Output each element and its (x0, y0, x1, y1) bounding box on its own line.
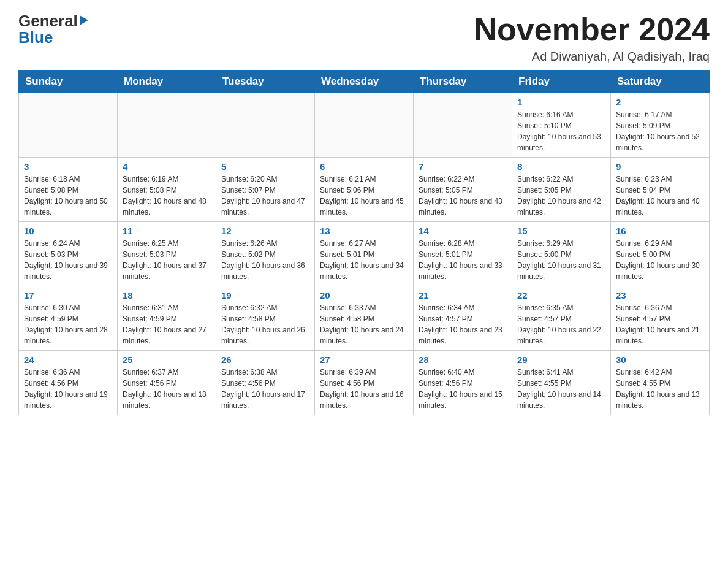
day-info: Sunrise: 6:41 AM Sunset: 4:55 PM Dayligh… (517, 367, 605, 411)
day-info: Sunrise: 6:36 AM Sunset: 4:56 PM Dayligh… (24, 367, 112, 411)
day-info: Sunrise: 6:27 AM Sunset: 5:01 PM Dayligh… (320, 238, 408, 282)
day-info: Sunrise: 6:24 AM Sunset: 5:03 PM Dayligh… (24, 238, 112, 282)
day-info: Sunrise: 6:22 AM Sunset: 5:05 PM Dayligh… (517, 174, 605, 218)
day-number: 25 (123, 354, 211, 365)
calendar-cell: 10Sunrise: 6:24 AM Sunset: 5:03 PM Dayli… (19, 222, 118, 286)
calendar-cell: 13Sunrise: 6:27 AM Sunset: 5:01 PM Dayli… (315, 222, 414, 286)
calendar-table: SundayMondayTuesdayWednesdayThursdayFrid… (18, 70, 710, 415)
day-number: 28 (419, 354, 507, 365)
calendar-day-header: Monday (118, 71, 216, 93)
day-number: 7 (419, 161, 507, 172)
calendar-cell: 26Sunrise: 6:38 AM Sunset: 4:56 PM Dayli… (216, 351, 315, 415)
day-number: 27 (320, 354, 408, 365)
logo-blue-text: Blue (18, 29, 89, 47)
calendar-cell: 29Sunrise: 6:41 AM Sunset: 4:55 PM Dayli… (512, 351, 611, 415)
day-info: Sunrise: 6:28 AM Sunset: 5:01 PM Dayligh… (419, 238, 507, 282)
calendar-cell: 22Sunrise: 6:35 AM Sunset: 4:57 PM Dayli… (512, 286, 611, 351)
calendar-cell: 25Sunrise: 6:37 AM Sunset: 4:56 PM Dayli… (118, 351, 216, 415)
svg-marker-0 (80, 15, 88, 25)
day-number: 9 (616, 161, 704, 172)
calendar-cell (216, 93, 315, 158)
calendar-header-row: SundayMondayTuesdayWednesdayThursdayFrid… (19, 71, 710, 93)
calendar-cell: 8Sunrise: 6:22 AM Sunset: 5:05 PM Daylig… (512, 158, 611, 222)
day-number: 4 (123, 161, 211, 172)
calendar-cell: 24Sunrise: 6:36 AM Sunset: 4:56 PM Dayli… (19, 351, 118, 415)
day-info: Sunrise: 6:29 AM Sunset: 5:00 PM Dayligh… (616, 238, 704, 282)
logo-arrow-icon (80, 14, 89, 29)
day-info: Sunrise: 6:30 AM Sunset: 4:59 PM Dayligh… (24, 302, 112, 347)
calendar-cell: 12Sunrise: 6:26 AM Sunset: 5:02 PM Dayli… (216, 222, 315, 286)
day-number: 17 (24, 290, 112, 301)
day-number: 15 (517, 226, 605, 236)
day-number: 20 (320, 290, 408, 301)
calendar-cell: 19Sunrise: 6:32 AM Sunset: 4:58 PM Dayli… (216, 286, 315, 351)
day-number: 23 (616, 290, 704, 301)
day-number: 19 (221, 290, 309, 301)
day-number: 8 (517, 161, 605, 172)
day-info: Sunrise: 6:40 AM Sunset: 4:56 PM Dayligh… (419, 367, 507, 411)
day-number: 3 (24, 161, 112, 172)
day-number: 10 (24, 226, 112, 236)
day-info: Sunrise: 6:16 AM Sunset: 5:10 PM Dayligh… (517, 109, 605, 153)
day-number: 26 (221, 354, 309, 365)
calendar-day-header: Sunday (19, 71, 118, 93)
day-info: Sunrise: 6:38 AM Sunset: 4:56 PM Dayligh… (221, 367, 309, 411)
day-info: Sunrise: 6:34 AM Sunset: 4:57 PM Dayligh… (419, 302, 507, 347)
calendar-day-header: Tuesday (216, 71, 315, 93)
day-number: 29 (517, 354, 605, 365)
day-info: Sunrise: 6:22 AM Sunset: 5:05 PM Dayligh… (419, 174, 507, 218)
calendar-cell (414, 93, 512, 158)
calendar-cell: 9Sunrise: 6:23 AM Sunset: 5:04 PM Daylig… (611, 158, 710, 222)
page-header: General Blue November 2024 Ad Diwaniyah,… (18, 12, 710, 64)
logo: General Blue (18, 12, 89, 46)
day-info: Sunrise: 6:39 AM Sunset: 4:56 PM Dayligh… (320, 367, 408, 411)
calendar-week-row: 3Sunrise: 6:18 AM Sunset: 5:08 PM Daylig… (19, 158, 710, 222)
day-info: Sunrise: 6:26 AM Sunset: 5:02 PM Dayligh… (221, 238, 309, 282)
day-number: 12 (221, 226, 309, 236)
day-number: 11 (123, 226, 211, 236)
day-info: Sunrise: 6:36 AM Sunset: 4:57 PM Dayligh… (616, 302, 704, 347)
day-number: 5 (221, 161, 309, 172)
day-info: Sunrise: 6:25 AM Sunset: 5:03 PM Dayligh… (123, 238, 211, 282)
calendar-cell: 4Sunrise: 6:19 AM Sunset: 5:08 PM Daylig… (118, 158, 216, 222)
day-info: Sunrise: 6:19 AM Sunset: 5:08 PM Dayligh… (123, 174, 211, 218)
day-info: Sunrise: 6:17 AM Sunset: 5:09 PM Dayligh… (616, 109, 704, 153)
calendar-cell: 6Sunrise: 6:21 AM Sunset: 5:06 PM Daylig… (315, 158, 414, 222)
calendar-cell: 11Sunrise: 6:25 AM Sunset: 5:03 PM Dayli… (118, 222, 216, 286)
calendar-cell: 5Sunrise: 6:20 AM Sunset: 5:07 PM Daylig… (216, 158, 315, 222)
logo-general-text: General (18, 12, 78, 30)
calendar-week-row: 10Sunrise: 6:24 AM Sunset: 5:03 PM Dayli… (19, 222, 710, 286)
day-number: 21 (419, 290, 507, 301)
calendar-cell: 14Sunrise: 6:28 AM Sunset: 5:01 PM Dayli… (414, 222, 512, 286)
calendar-cell (118, 93, 216, 158)
calendar-day-header: Saturday (611, 71, 710, 93)
day-number: 14 (419, 226, 507, 236)
calendar-day-header: Wednesday (315, 71, 414, 93)
calendar-cell: 2Sunrise: 6:17 AM Sunset: 5:09 PM Daylig… (611, 93, 710, 158)
calendar-cell: 16Sunrise: 6:29 AM Sunset: 5:00 PM Dayli… (611, 222, 710, 286)
calendar-cell: 18Sunrise: 6:31 AM Sunset: 4:59 PM Dayli… (118, 286, 216, 351)
day-number: 22 (517, 290, 605, 301)
day-number: 24 (24, 354, 112, 365)
day-info: Sunrise: 6:23 AM Sunset: 5:04 PM Dayligh… (616, 174, 704, 218)
day-number: 2 (616, 97, 704, 107)
day-info: Sunrise: 6:42 AM Sunset: 4:55 PM Dayligh… (616, 367, 704, 411)
location-text: Ad Diwaniyah, Al Qadisiyah, Iraq (474, 50, 710, 64)
calendar-cell (315, 93, 414, 158)
day-number: 6 (320, 161, 408, 172)
calendar-cell (19, 93, 118, 158)
day-info: Sunrise: 6:32 AM Sunset: 4:58 PM Dayligh… (221, 302, 309, 347)
calendar-cell: 21Sunrise: 6:34 AM Sunset: 4:57 PM Dayli… (414, 286, 512, 351)
day-info: Sunrise: 6:18 AM Sunset: 5:08 PM Dayligh… (24, 174, 112, 218)
calendar-day-header: Friday (512, 71, 611, 93)
day-number: 16 (616, 226, 704, 236)
calendar-week-row: 17Sunrise: 6:30 AM Sunset: 4:59 PM Dayli… (19, 286, 710, 351)
calendar-cell: 27Sunrise: 6:39 AM Sunset: 4:56 PM Dayli… (315, 351, 414, 415)
calendar-week-row: 24Sunrise: 6:36 AM Sunset: 4:56 PM Dayli… (19, 351, 710, 415)
calendar-day-header: Thursday (414, 71, 512, 93)
day-info: Sunrise: 6:31 AM Sunset: 4:59 PM Dayligh… (123, 302, 211, 347)
calendar-week-row: 1Sunrise: 6:16 AM Sunset: 5:10 PM Daylig… (19, 93, 710, 158)
day-info: Sunrise: 6:20 AM Sunset: 5:07 PM Dayligh… (221, 174, 309, 218)
day-info: Sunrise: 6:37 AM Sunset: 4:56 PM Dayligh… (123, 367, 211, 411)
calendar-cell: 30Sunrise: 6:42 AM Sunset: 4:55 PM Dayli… (611, 351, 710, 415)
